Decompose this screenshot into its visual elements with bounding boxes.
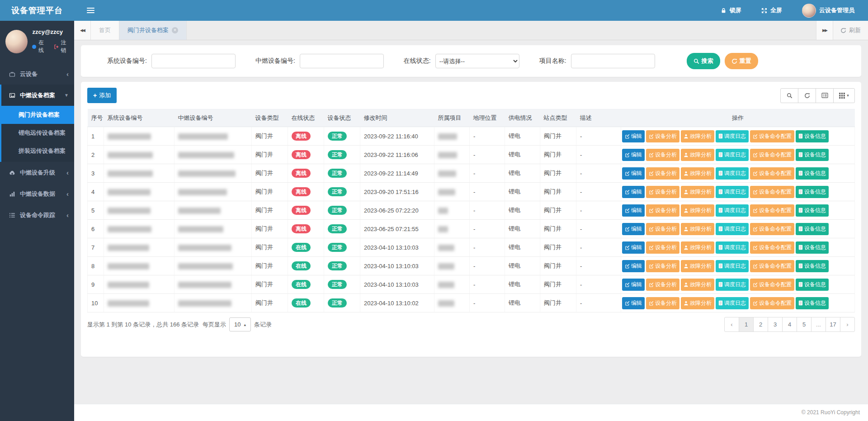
device-info-button[interactable]: 设备信息	[796, 204, 829, 217]
edit-button[interactable]: 编辑	[622, 223, 645, 235]
device-analysis-button[interactable]: 设备分析	[646, 260, 679, 272]
edit-button[interactable]: 编辑	[622, 130, 645, 142]
fault-analysis-button[interactable]: 故障分析	[681, 186, 714, 198]
fault-analysis-button[interactable]: 故障分析	[681, 260, 714, 272]
edit-button[interactable]: 编辑	[622, 167, 645, 180]
sidebar-item[interactable]: 设备命令跟踪‹	[0, 204, 74, 226]
page-button[interactable]: 5	[797, 317, 811, 332]
sidebar-subitem[interactable]: 锂电远传设备档案	[1, 124, 74, 142]
tab-首页[interactable]: 首页	[91, 21, 119, 40]
device-command-config-button[interactable]: 设备命令配置	[750, 260, 794, 272]
user-menu[interactable]: 云设备管理员	[802, 4, 854, 18]
device-analysis-button[interactable]: 设备分析	[646, 204, 679, 217]
dispatch-log-button[interactable]: 调度日志	[716, 297, 749, 309]
dispatch-log-button[interactable]: 调度日志	[716, 241, 749, 254]
table-detail-view-button[interactable]	[816, 88, 834, 103]
device-command-config-button[interactable]: 设备命令配置	[750, 297, 794, 309]
dispatch-log-button[interactable]: 调度日志	[716, 186, 749, 198]
sidebar-item[interactable]: 中燃设备数据‹	[0, 183, 74, 204]
page-size-dropdown[interactable]: 10 ▴	[229, 317, 251, 331]
close-icon[interactable]: ×	[172, 27, 178, 33]
fullscreen-button[interactable]: 全屏	[761, 6, 782, 14]
device-command-config-button[interactable]: 设备命令配置	[750, 186, 794, 198]
sidebar-item[interactable]: 中燃设备升级‹	[0, 162, 74, 183]
sidebar-item[interactable]: 云设备‹	[0, 63, 74, 85]
device-analysis-button[interactable]: 设备分析	[646, 149, 679, 161]
dispatch-log-button[interactable]: 调度日志	[716, 223, 749, 235]
search-button[interactable]: 搜索	[687, 53, 720, 69]
device-info-button[interactable]: 设备信息	[796, 130, 829, 142]
dispatch-log-button[interactable]: 调度日志	[716, 130, 749, 142]
dispatch-log-button[interactable]: 调度日志	[716, 167, 749, 180]
lock-screen-button[interactable]: 锁屏	[721, 6, 741, 14]
dispatch-log-button[interactable]: 调度日志	[716, 279, 749, 291]
device-analysis-button[interactable]: 设备分析	[646, 186, 679, 198]
device-command-config-button[interactable]: 设备命令配置	[750, 204, 794, 217]
device-command-config-button[interactable]: 设备命令配置	[750, 241, 794, 254]
page-button[interactable]: 17	[826, 317, 840, 332]
sidebar-item[interactable]: 中燃设备档案▼	[1, 85, 74, 106]
fault-analysis-button[interactable]: 故障分析	[681, 167, 714, 180]
add-button[interactable]: + 添加	[87, 88, 117, 103]
device-command-config-button[interactable]: 设备命令配置	[750, 130, 794, 142]
page-button[interactable]: 1	[739, 317, 754, 332]
edit-button[interactable]: 编辑	[622, 279, 645, 291]
device-info-button[interactable]: 设备信息	[796, 167, 829, 180]
edit-button[interactable]: 编辑	[622, 297, 645, 309]
system-device-no-input[interactable]	[151, 54, 236, 68]
device-info-button[interactable]: 设备信息	[796, 297, 829, 309]
tab-阀门井设备档案[interactable]: 阀门井设备档案×	[119, 21, 187, 40]
sidebar-subitem[interactable]: 阀门井设备档案	[1, 106, 74, 124]
edit-button[interactable]: 编辑	[622, 204, 645, 217]
device-analysis-button[interactable]: 设备分析	[646, 223, 679, 235]
fault-analysis-button[interactable]: 故障分析	[681, 279, 714, 291]
page-prev-button[interactable]: ‹	[724, 317, 739, 332]
edit-button[interactable]: 编辑	[622, 149, 645, 161]
fault-analysis-button[interactable]: 故障分析	[681, 130, 714, 142]
page-button[interactable]: 4	[782, 317, 797, 332]
dispatch-log-button[interactable]: 调度日志	[716, 149, 749, 161]
device-info-button[interactable]: 设备信息	[796, 241, 829, 254]
device-analysis-button[interactable]: 设备分析	[646, 130, 679, 142]
device-command-config-button[interactable]: 设备命令配置	[750, 149, 794, 161]
page-button[interactable]: 2	[753, 317, 768, 332]
zr-device-no-input[interactable]	[300, 54, 384, 68]
device-info-button[interactable]: 设备信息	[796, 223, 829, 235]
sidebar-toggle-button[interactable]	[85, 5, 96, 16]
device-info-button[interactable]: 设备信息	[796, 149, 829, 161]
tabs-scroll-right-button[interactable]: ▶▶	[816, 21, 833, 40]
fault-analysis-button[interactable]: 故障分析	[681, 297, 714, 309]
refresh-tab-button[interactable]: 刷新	[833, 21, 868, 40]
fault-analysis-button[interactable]: 故障分析	[681, 241, 714, 254]
project-name-input[interactable]	[571, 54, 655, 68]
device-info-button[interactable]: 设备信息	[796, 279, 829, 291]
device-analysis-button[interactable]: 设备分析	[646, 167, 679, 180]
device-analysis-button[interactable]: 设备分析	[646, 279, 679, 291]
device-command-config-button[interactable]: 设备命令配置	[750, 167, 794, 180]
page-button[interactable]: 3	[768, 317, 783, 332]
dispatch-log-button[interactable]: 调度日志	[716, 204, 749, 217]
device-analysis-button[interactable]: 设备分析	[646, 241, 679, 254]
table-search-button[interactable]	[780, 88, 798, 103]
fault-analysis-button[interactable]: 故障分析	[681, 149, 714, 161]
sidebar-subitem[interactable]: 拼装远传设备档案	[1, 142, 74, 160]
edit-button[interactable]: 编辑	[622, 260, 645, 272]
action-label: 编辑	[631, 225, 642, 233]
device-command-config-button[interactable]: 设备命令配置	[750, 223, 794, 235]
edit-button[interactable]: 编辑	[622, 241, 645, 254]
device-command-config-button[interactable]: 设备命令配置	[750, 279, 794, 291]
table-columns-button[interactable]: ▾	[833, 88, 855, 103]
page-next-button[interactable]: ›	[840, 317, 855, 332]
logout-button[interactable]: 注销	[54, 39, 71, 54]
online-status-select[interactable]: --请选择--	[435, 54, 519, 68]
fault-analysis-button[interactable]: 故障分析	[681, 223, 714, 235]
table-refresh-button[interactable]	[798, 88, 816, 103]
reset-button[interactable]: 重置	[725, 53, 758, 69]
tabs-scroll-left-button[interactable]: ◀◀	[74, 21, 91, 40]
fault-analysis-button[interactable]: 故障分析	[681, 204, 714, 217]
dispatch-log-button[interactable]: 调度日志	[716, 260, 749, 272]
device-analysis-button[interactable]: 设备分析	[646, 297, 679, 309]
device-info-button[interactable]: 设备信息	[796, 186, 829, 198]
edit-button[interactable]: 编辑	[622, 186, 645, 198]
device-info-button[interactable]: 设备信息	[796, 260, 829, 272]
